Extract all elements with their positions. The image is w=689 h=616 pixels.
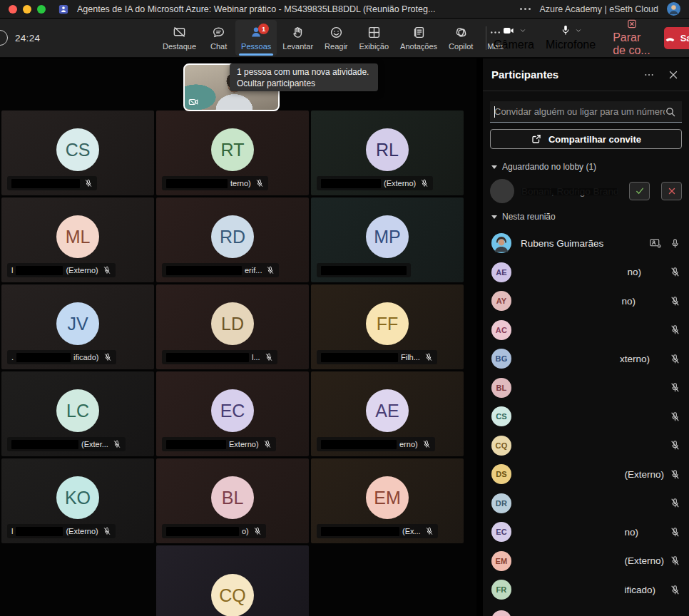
participant-avatar: EC [491, 522, 511, 542]
redaction-bar [11, 179, 80, 188]
mic-muted-icon [103, 527, 111, 535]
account-avatar[interactable] [667, 2, 680, 16]
participant-row[interactable]: CQ [483, 431, 689, 461]
close-window-button[interactable] [9, 5, 17, 14]
chat-icon [212, 26, 225, 39]
admit-button[interactable] [629, 182, 650, 200]
video-tile-rd[interactable]: RD erif... [156, 197, 309, 282]
toolbar-button-reagir[interactable]: Reagir [319, 19, 353, 57]
panel-close-icon[interactable] [668, 69, 679, 81]
participant-nameplate: (Externo) [317, 176, 433, 190]
video-tile-lc[interactable]: LC (Exter... [1, 371, 154, 456]
participant-row[interactable]: CS [483, 402, 689, 431]
participant-name-tail: ificado) [624, 585, 655, 595]
video-tile-ae[interactable]: AE erno) [311, 371, 464, 456]
participant-row[interactable]: BL [483, 374, 689, 403]
participant-nameplate: Filh... [317, 350, 437, 364]
mic-muted-icon [103, 266, 111, 274]
participant-row[interactable] [483, 605, 689, 616]
participant-avatar: AY [491, 291, 511, 311]
toolbar-button-pessoas[interactable]: Pessoas 1 [235, 20, 277, 56]
redaction-bar [16, 353, 71, 362]
participant-row[interactable]: AC [483, 316, 689, 345]
lobby-section-header[interactable]: Aguardando no lobby (1) [491, 162, 680, 172]
participant-avatar: AE [366, 389, 409, 432]
microphone-button[interactable]: Microfone [543, 19, 598, 57]
maximize-window-button[interactable] [37, 5, 46, 14]
toolbar-button-exibicao[interactable]: Exibição [354, 19, 395, 57]
video-tile-ld[interactable]: LD l... [156, 284, 309, 369]
toolbar-button-chat[interactable]: Chat [202, 19, 235, 57]
participant-row[interactable]: FR ificado) [483, 575, 689, 605]
mic-muted-icon [670, 267, 680, 277]
invite-search[interactable] [490, 101, 682, 123]
window-title: Agentes de IA do Microsoft Azure: Webina… [77, 4, 435, 14]
camera-button[interactable]: Câmera [491, 19, 537, 57]
mic-muted-icon [670, 469, 680, 480]
participant-nameplate: erno) [317, 437, 435, 451]
share-invite-button[interactable]: Compartilhar convite [490, 129, 682, 149]
video-tile-bl[interactable]: BL o) [156, 458, 309, 543]
participant-nameplate [7, 176, 97, 190]
participant-row[interactable]: DS (Externo) [483, 460, 689, 489]
video-tile-ml[interactable]: ML l(Externo) [1, 197, 154, 282]
mic-muted-icon [424, 353, 433, 361]
mic-muted-icon [420, 179, 429, 188]
in-meeting-section-header[interactable]: Nesta reunião [491, 212, 680, 222]
participant-row[interactable]: AE no) [483, 258, 689, 287]
participant-row[interactable]: EC no) [483, 518, 689, 547]
mic-muted-icon [670, 324, 680, 335]
participant-photo-avatar [491, 233, 511, 253]
video-tile-ko[interactable]: KO l(Externo) [1, 458, 154, 543]
video-tile-ff[interactable]: FF Filh... [311, 284, 464, 369]
participant-row[interactable]: AY no) [483, 287, 689, 316]
panel-more-icon[interactable] [643, 69, 655, 81]
participant-name-tail: no) [624, 527, 638, 538]
invite-search-input[interactable] [494, 106, 665, 117]
camera-chevron-icon[interactable] [519, 27, 526, 34]
mic-muted-icon [266, 266, 275, 274]
recording-indicator-icon [0, 30, 8, 46]
meeting-toolbar: 24:24 Destaque Chat P [0, 19, 689, 58]
mic-muted-icon [670, 585, 680, 595]
tooltip-line2: Ocultar participantes [237, 78, 371, 89]
activity-tooltip: 1 pessoa com uma nova atividade. Ocultar… [230, 63, 378, 91]
microphone-chevron-icon[interactable] [575, 27, 582, 34]
video-tile-cq[interactable]: CQ (Externo) [156, 545, 309, 616]
participant-nameplate [317, 263, 411, 277]
toolbar-button-levantar[interactable]: Levantar [277, 19, 319, 57]
lobby-participant-row[interactable]: Bonani, Rodrigo Brandão (Não... [490, 178, 682, 205]
mic-muted-icon [670, 296, 680, 307]
teams-logo-icon [58, 4, 68, 14]
stop-sharing-button[interactable]: Parar de co... [610, 19, 654, 57]
video-tile-mp[interactable]: MP [311, 197, 464, 282]
leave-button[interactable]: Sair [664, 27, 689, 49]
toolbar-button-destaque[interactable]: Destaque [157, 19, 202, 57]
share-icon [531, 133, 542, 145]
hangup-icon [664, 34, 676, 43]
participant-row-rubens[interactable]: Rubens Guimarães [483, 229, 689, 258]
participant-row[interactable]: DR [483, 489, 689, 518]
account-name: Azure Academy | eSeth Cloud [539, 4, 658, 14]
video-tile-rt[interactable]: RT terno) [156, 111, 309, 195]
video-tile-rl[interactable]: RL (Externo) [311, 111, 464, 195]
video-tile-ec[interactable]: EC Externo) [156, 371, 309, 456]
participant-nameplate: terno) [162, 176, 268, 190]
mic-muted-icon [670, 498, 680, 508]
raise-hand-icon [291, 26, 305, 39]
participant-row[interactable]: EM (Externo) [483, 547, 689, 576]
deny-button[interactable] [661, 182, 682, 200]
titlebar-overflow-button[interactable] [520, 8, 531, 10]
participant-name-tail: no) [621, 296, 636, 307]
participant-avatar: FF [366, 302, 409, 345]
video-tile-em[interactable]: EM (Ex... [311, 458, 464, 543]
toolbar-button-anotacoes[interactable]: Anotações [394, 19, 443, 57]
video-tile-jv[interactable]: JV .ificado) [1, 284, 154, 369]
mic-on-icon [670, 238, 680, 249]
participant-name-tail: xterno) [620, 354, 650, 364]
toolbar-button-copilot[interactable]: Copilot [443, 19, 479, 57]
participant-row[interactable]: BG xterno) [483, 344, 689, 374]
video-tile-cs[interactable]: CS [1, 111, 154, 195]
minimize-window-button[interactable] [23, 5, 31, 14]
redaction-bar [166, 179, 228, 188]
